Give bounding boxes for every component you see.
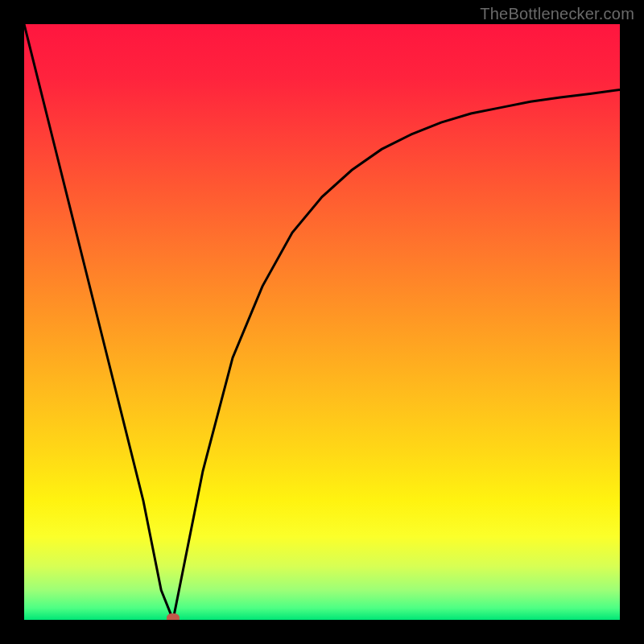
optimal-point-marker: [167, 613, 180, 620]
attribution-text: TheBottlenecker.com: [480, 5, 634, 23]
chart-frame: TheBottlenecker.com: [0, 0, 644, 644]
plot-area: [24, 24, 620, 620]
background-gradient: [24, 24, 620, 620]
